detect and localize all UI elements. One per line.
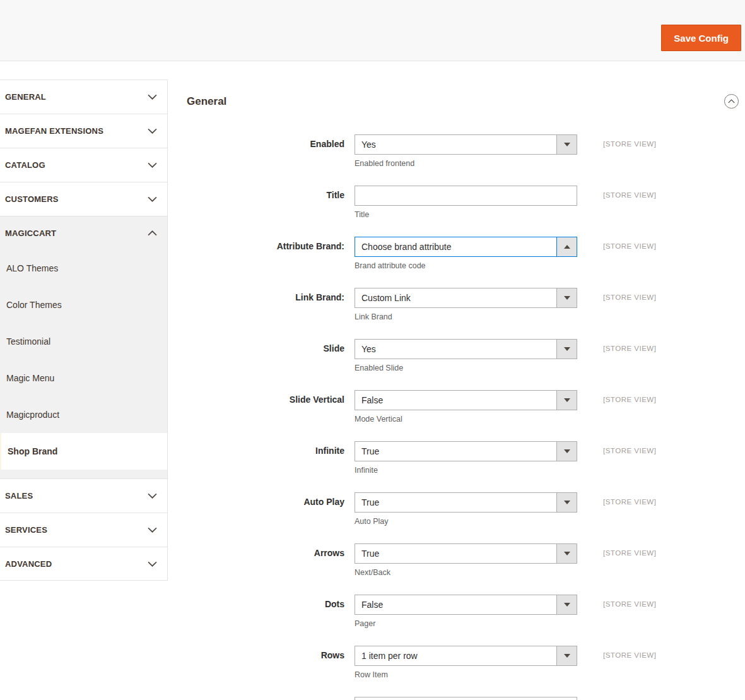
field-note: Brand attribute code bbox=[355, 261, 577, 271]
sidebar-subitem-label: Magic Menu bbox=[6, 373, 54, 383]
scope-label: [STORE VIEW] bbox=[603, 339, 656, 352]
form-field-row: Enabled Yes Enabled frontend [STORE VIEW… bbox=[187, 134, 740, 169]
field-note: Mode Vertical bbox=[355, 414, 577, 425]
sidebar-section-services[interactable]: SERVICES bbox=[0, 513, 167, 547]
scope-label: [STORE VIEW] bbox=[603, 543, 656, 557]
field-select-arrows[interactable]: True bbox=[355, 543, 577, 564]
select-value: 1 item per row bbox=[355, 651, 556, 661]
sidebar-item-magicproduct[interactable]: Magicproduct bbox=[0, 396, 167, 433]
field-label: Slide bbox=[187, 339, 344, 353]
field-label: Rows bbox=[187, 646, 344, 660]
field-select-auto-play[interactable]: True bbox=[355, 492, 577, 513]
form-field-row: Infinite True Infinite [STORE VIEW] bbox=[187, 441, 740, 476]
select-value: True bbox=[355, 446, 556, 456]
sidebar-section-general[interactable]: GENERAL bbox=[0, 80, 167, 114]
field-note: Title bbox=[355, 210, 577, 220]
field-label: Auto Play bbox=[187, 492, 344, 507]
form-field-row: Title Title [STORE VIEW] bbox=[187, 186, 740, 220]
sidebar-section-label: SERVICES bbox=[5, 525, 47, 535]
sidebar-item-alo-themes[interactable]: ALO Themes bbox=[0, 250, 167, 287]
select-value: False bbox=[355, 600, 556, 610]
field-select-rows[interactable]: 1 item per row bbox=[355, 646, 577, 666]
field-label: Slide Vertical bbox=[187, 390, 344, 405]
select-arrow-icon bbox=[556, 340, 577, 359]
sidebar-section-advanced[interactable]: ADVANCED bbox=[0, 547, 167, 581]
chevron-down-icon bbox=[148, 128, 157, 134]
field-input-title[interactable] bbox=[355, 186, 577, 206]
sidebar-subitem-label: Shop Brand bbox=[8, 446, 57, 456]
sidebar-item-magic-menu[interactable]: Magic Menu bbox=[0, 360, 167, 396]
select-value: Yes bbox=[355, 139, 556, 150]
scope-label: [STORE VIEW] bbox=[603, 237, 656, 250]
field-note: Auto Play bbox=[355, 516, 577, 527]
scope-label: [STORE VIEW] bbox=[603, 441, 656, 454]
field-select-enabled[interactable]: Yes bbox=[355, 134, 577, 155]
field-label: Infinite bbox=[187, 441, 344, 456]
field-select-attribute-brand[interactable]: Choose brand attribute bbox=[355, 237, 577, 257]
sidebar-section-label: ADVANCED bbox=[5, 559, 52, 569]
scope-label: [STORE VIEW] bbox=[603, 492, 656, 506]
page-header: Save Config bbox=[0, 0, 745, 61]
field-label: Enabled bbox=[187, 134, 344, 149]
form-field-row: Auto Play True Auto Play [STORE VIEW] bbox=[187, 492, 740, 527]
form-field-row: Slide Vertical False Mode Vertical [STOR… bbox=[187, 390, 740, 425]
form-field-row: Attribute Brand: Choose brand attribute … bbox=[187, 237, 740, 271]
select-arrow-icon bbox=[556, 442, 577, 461]
chevron-down-icon bbox=[148, 196, 157, 202]
field-select-dots[interactable]: False bbox=[355, 595, 577, 615]
scope-label: [STORE VIEW] bbox=[603, 390, 656, 403]
field-label: Title bbox=[187, 186, 344, 200]
field-label: Dots bbox=[187, 595, 344, 609]
scope-label: [STORE VIEW] bbox=[603, 186, 656, 199]
select-value: True bbox=[355, 497, 556, 507]
select-value: True bbox=[355, 549, 556, 559]
sidebar-item-testimonial[interactable]: Testimonial bbox=[0, 323, 167, 360]
field-note: Enabled frontend bbox=[355, 158, 577, 169]
field-label: Attribute Brand: bbox=[187, 237, 344, 251]
field-select-link-brand[interactable]: Custom Link bbox=[355, 288, 577, 308]
chevron-down-icon bbox=[148, 561, 157, 567]
field-note: Enabled Slide bbox=[355, 363, 577, 374]
save-config-button[interactable]: Save Config bbox=[661, 25, 741, 51]
chevron-down-icon bbox=[148, 493, 157, 499]
select-value: False bbox=[355, 395, 556, 405]
config-nav-sidebar: GENERAL MAGEFAN EXTENSIONS CATALOG CUSTO… bbox=[0, 80, 168, 581]
config-fields: Enabled Yes Enabled frontend [STORE VIEW… bbox=[187, 134, 740, 680]
sidebar-section-label: SALES bbox=[5, 491, 33, 501]
field-note: Link Brand bbox=[355, 312, 577, 323]
select-arrow-icon bbox=[556, 135, 577, 154]
sidebar-section-label: MAGICCART bbox=[5, 228, 56, 238]
field-select-slide-vertical[interactable]: False bbox=[355, 390, 577, 410]
sidebar-section-catalog[interactable]: CATALOG bbox=[0, 148, 167, 182]
scope-label: [STORE VIEW] bbox=[603, 595, 656, 608]
sidebar-section-label: GENERAL bbox=[5, 92, 46, 102]
next-field-partial-input[interactable] bbox=[355, 697, 577, 700]
chevron-up-icon bbox=[728, 99, 735, 104]
scope-label: [STORE VIEW] bbox=[603, 288, 656, 301]
sidebar-section-customers[interactable]: CUSTOMERS bbox=[0, 182, 167, 216]
chevron-down-icon bbox=[148, 527, 157, 533]
sidebar-section-magefan-extensions[interactable]: MAGEFAN EXTENSIONS bbox=[0, 114, 167, 148]
select-arrow-icon bbox=[556, 288, 577, 307]
sidebar-item-color-themes[interactable]: Color Themes bbox=[0, 287, 167, 323]
sidebar-subitem-label: Magicproduct bbox=[6, 410, 59, 420]
page-body: GENERAL MAGEFAN EXTENSIONS CATALOG CUSTO… bbox=[0, 61, 745, 700]
sidebar-section-sales[interactable]: SALES bbox=[0, 478, 167, 513]
form-field-row: Slide Yes Enabled Slide [STORE VIEW] bbox=[187, 339, 740, 374]
sidebar-section-label: CATALOG bbox=[5, 160, 45, 170]
field-note: Next/Back bbox=[355, 567, 577, 578]
select-value: Custom Link bbox=[355, 293, 556, 303]
select-arrow-icon bbox=[556, 237, 577, 256]
field-label: Link Brand: bbox=[187, 288, 344, 302]
select-arrow-icon bbox=[556, 544, 577, 563]
field-select-slide[interactable]: Yes bbox=[355, 339, 577, 359]
scope-label: [STORE VIEW] bbox=[603, 646, 656, 659]
sidebar-item-shop-brand[interactable]: Shop Brand bbox=[0, 433, 167, 470]
field-select-infinite[interactable]: True bbox=[355, 441, 577, 461]
sidebar-section-label: CUSTOMERS bbox=[5, 194, 59, 204]
collapse-section-button[interactable] bbox=[724, 94, 739, 109]
sidebar-section-magiccart[interactable]: MAGICCART bbox=[0, 216, 167, 250]
sidebar-subitem-label: ALO Themes bbox=[6, 263, 58, 273]
field-note: Row Item bbox=[355, 670, 577, 680]
field-note: Infinite bbox=[355, 465, 577, 476]
